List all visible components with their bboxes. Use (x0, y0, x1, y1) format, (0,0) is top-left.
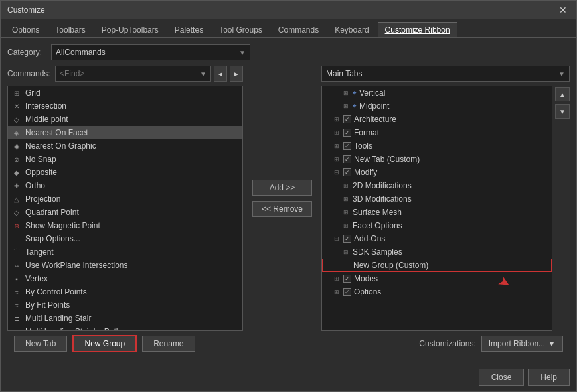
tab-customize-ribbon[interactable]: Customize Ribbon (378, 22, 457, 37)
snap-icon: ⋯ (12, 234, 21, 243)
list-item[interactable]: ⋯ Snap Options... (8, 232, 242, 245)
projection-icon: △ (12, 194, 21, 204)
right-list-item[interactable]: ⊞ 3D Modifications (322, 192, 552, 206)
list-item[interactable]: ≈ By Control Points (8, 285, 242, 298)
checkbox[interactable]: ✓ (343, 155, 351, 163)
graphic-icon: ◉ (12, 141, 21, 151)
list-item[interactable]: ▪ Vertex (8, 272, 242, 285)
checkbox[interactable]: ✓ (343, 288, 351, 296)
middle-icon: ◇ (12, 115, 21, 124)
tab-popuptoolbars[interactable]: Pop-UpToolbars (94, 22, 166, 37)
right-list-item[interactable]: ⊞ ✓ Options (322, 285, 552, 298)
grid-icon: ⊞ (12, 88, 21, 98)
remove-button[interactable]: << Remove (252, 201, 312, 217)
opposite-icon: ◆ (12, 168, 21, 177)
right-list-item[interactable]: ⊞ 2D Modifications (322, 179, 552, 192)
quadrant-icon: ◇ (12, 208, 21, 217)
next-button[interactable]: ► (230, 66, 243, 82)
right-list-item[interactable]: ⊟ ✓ Add-Ons (322, 232, 552, 245)
bottom-buttons: Close Help (1, 363, 576, 391)
right-header: Main Tabs ▼ (321, 66, 570, 82)
right-list-item[interactable]: ⊞ ✓ Format (322, 126, 552, 139)
category-label: Category: (7, 48, 47, 57)
right-list-item[interactable]: ⊞ ⌖ Vertical (322, 86, 552, 99)
new-group-button[interactable]: New Group (72, 335, 137, 352)
dialog-content: Category: AllCommands ▼ Commands: <Find>… (1, 38, 576, 363)
right-list-item[interactable]: ⊞ ✓ Architecture (322, 113, 552, 126)
commands-list[interactable]: ⊞ Grid ✕ Intersection ◇ Middle point ◈ N… (7, 86, 243, 331)
find-input[interactable]: <Find> ▼ (55, 66, 211, 82)
mid-indicator: ⌖ (353, 102, 357, 110)
checkbox[interactable]: ✓ (343, 115, 351, 123)
list-item[interactable]: ⊞ Grid (8, 86, 242, 99)
checkbox[interactable]: ✓ (343, 235, 351, 243)
right-list-item[interactable]: ⊟ ✓ Modify (322, 166, 552, 179)
vertex-icon: ▪ (12, 274, 21, 283)
customize-dialog: Customize ✕ Options Toolbars Pop-UpToolb… (0, 0, 577, 392)
checkbox[interactable]: ✓ (343, 142, 351, 150)
list-item[interactable]: ◈ Nearest On Facet (8, 126, 242, 139)
expand-icon: ⊞ (343, 222, 350, 229)
list-item[interactable]: ⌒ Tangent (8, 245, 242, 259)
tab-options[interactable]: Options (5, 22, 46, 37)
list-item[interactable]: ◆ Opposite (8, 166, 242, 179)
list-item[interactable]: ◇ Middle point (8, 113, 242, 126)
list-item[interactable]: ⊏ Multi Landing Stair (8, 312, 242, 325)
close-button[interactable]: Close (479, 369, 525, 386)
nosnap-icon: ⊘ (12, 155, 21, 164)
multilanding-icon: ⊏ (12, 314, 21, 323)
prev-button[interactable]: ◄ (214, 66, 227, 82)
checkbox[interactable]: ✓ (343, 168, 351, 176)
list-item[interactable]: ◇ Quadrant Point (8, 206, 242, 219)
new-tab-button[interactable]: New Tab (14, 336, 67, 352)
expand-icon: ⊞ (343, 90, 350, 96)
list-item[interactable]: ↔ Use WorkPlane Intersections (8, 259, 242, 272)
import-wrap: Import Ribbon... ▼ (481, 336, 563, 352)
checkbox[interactable]: ✓ (343, 275, 351, 283)
add-button[interactable]: Add >> (252, 180, 312, 196)
list-item[interactable]: △ Projection (8, 192, 242, 206)
close-icon[interactable]: ✕ (556, 5, 570, 15)
right-list[interactable]: ⊞ ⌖ Vertical ⊞ ⌖ Midpoint ⊞ (321, 86, 552, 331)
right-list-item[interactable]: ⊞ ⌖ Midpoint (322, 99, 552, 113)
list-item[interactable]: ✕ Intersection (8, 99, 242, 113)
main-tabs-select[interactable]: Main Tabs ▼ (321, 66, 570, 82)
list-item[interactable]: ⊘ No Snap (8, 153, 242, 166)
expand-icon: ⊞ (334, 129, 341, 136)
list-item[interactable]: ◉ Nearest On Graphic (8, 139, 242, 153)
tab-palettes[interactable]: Palettes (167, 22, 210, 37)
right-list-item[interactable]: ⊞ ✓ Tools (322, 139, 552, 153)
right-list-item[interactable]: ⊞ ✓ Modes (322, 272, 552, 285)
scroll-down-button[interactable]: ▼ (555, 104, 570, 119)
expand-icon: ⊟ (334, 235, 341, 242)
expand-icon: ⊞ (334, 116, 341, 123)
right-list-item[interactable]: ⊞ Surface Mesh (322, 206, 552, 219)
right-list-item[interactable]: ⊞ Facet Options (322, 219, 552, 232)
main-area: Commands: <Find> ▼ ◄ ► ⊞ Grid ✕ Int (7, 66, 570, 331)
category-row: Category: AllCommands ▼ (7, 44, 570, 60)
tab-keyboard[interactable]: Keyboard (327, 22, 376, 37)
main-tabs-dropdown-icon: ▼ (558, 70, 565, 78)
import-ribbon-button[interactable]: Import Ribbon... ▼ (481, 336, 563, 352)
rename-button[interactable]: Rename (142, 336, 195, 352)
expand-icon: ⊞ (334, 143, 341, 149)
right-list-item[interactable]: ⊞ ✓ New Tab (Custom) (322, 153, 552, 166)
help-button[interactable]: Help (528, 369, 570, 386)
expand-icon: ⊞ (343, 182, 350, 189)
import-dropdown-icon: ▼ (548, 339, 556, 348)
tab-toolbars[interactable]: Toolbars (48, 22, 92, 37)
right-list-item[interactable]: ⊟ SDK Samples (322, 245, 552, 259)
category-select[interactable]: AllCommands ▼ (51, 44, 250, 60)
tab-toolgroups[interactable]: Tool Groups (212, 22, 270, 37)
list-item[interactable]: ≈ By Fit Points (8, 298, 242, 312)
tab-commands[interactable]: Commands (271, 22, 326, 37)
list-item[interactable]: ⊏ Multi Landing Stair by Path (8, 325, 242, 331)
expand-icon: ⊞ (334, 156, 341, 163)
list-item[interactable]: ⊛ Show Magnetic Point (8, 219, 242, 232)
scroll-up-button[interactable]: ▲ (555, 87, 570, 101)
checkbox[interactable]: ✓ (343, 129, 351, 137)
list-item[interactable]: ✚ Ortho (8, 179, 242, 192)
right-list-item-new-group[interactable]: New Group (Custom) (322, 259, 552, 272)
snap-indicator: ⌖ (353, 89, 357, 97)
right-list-container: ⊞ ⌖ Vertical ⊞ ⌖ Midpoint ⊞ (321, 86, 570, 331)
